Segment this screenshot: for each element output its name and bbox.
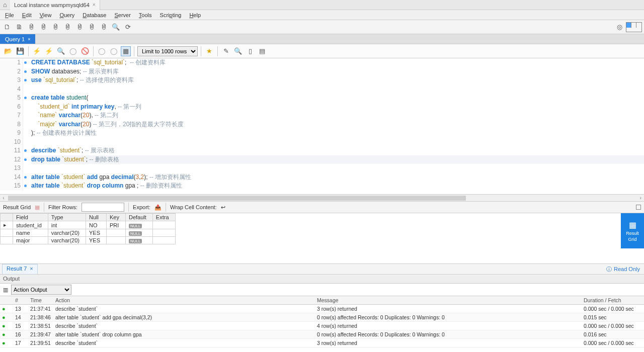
result-toolbar: Result Grid ▦ Filter Rows: Export: 📤 Wra…	[0, 201, 644, 213]
menu-edit[interactable]: Edit	[19, 11, 35, 19]
rollback-icon[interactable]: ◯	[109, 46, 119, 56]
connection-tab[interactable]: Local instance wampmysqld64 ×	[10, 0, 100, 10]
output-icon: ▥	[3, 287, 8, 293]
favorite-icon[interactable]: ★	[204, 46, 214, 56]
output-rows: ●1321:37:41describe `student`3 row(s) re…	[0, 305, 644, 347]
query-tab[interactable]: Query 1 ×	[0, 34, 35, 44]
menu-view[interactable]: View	[37, 11, 55, 19]
close-icon[interactable]: ×	[30, 266, 33, 273]
result-grid-side-tab[interactable]: ▦ Result Grid	[621, 213, 644, 248]
query-tab-bar: Query 1 ×	[0, 34, 644, 44]
layout-toggle[interactable]	[626, 22, 642, 32]
line-gutter: 123456789101112131415	[0, 58, 23, 191]
search-icon[interactable]: 🔍	[111, 22, 121, 32]
menu-help[interactable]: Help	[186, 11, 204, 19]
output-select-bar: ▥ Action Output	[0, 284, 644, 296]
sql-editor[interactable]: 123456789101112131415 CREATE DATABASE `s…	[0, 58, 644, 194]
open-file-icon[interactable]: 📂	[3, 46, 13, 56]
refresh-icon[interactable]: ⟳	[123, 22, 133, 32]
main-toolbar: 🗋 🗎 🛢 🛢 🛢 🛢 🛢 🛢 🛢 🔍 ⟳ ◎	[0, 20, 644, 34]
inspect-icon[interactable]: 🛢	[26, 22, 36, 32]
find-icon[interactable]: 🔍	[233, 46, 243, 56]
sync-icon[interactable]: ◎	[614, 22, 624, 32]
keyboard-icon[interactable]: ▤	[257, 46, 267, 56]
result-grid-area: ▦ Result Grid FieldTypeNullKeyDefaultExt…	[0, 213, 644, 248]
read-only-badge: ⓘRead Only	[606, 266, 640, 273]
wrap-icon[interactable]: ↩	[221, 204, 225, 211]
query-tab-label: Query 1	[5, 36, 25, 42]
result-tab-bar: Result 7 × ⓘRead Only	[0, 263, 644, 275]
code-area[interactable]: CREATE DATABASE `sql_tutorial`; -- 创建资料库…	[31, 58, 644, 191]
horizontal-scrollbar[interactable]: ‹›	[0, 194, 644, 201]
grid-icon[interactable]: ▦	[35, 204, 40, 211]
close-icon[interactable]: ×	[28, 37, 30, 42]
open-sql-icon[interactable]: 🗎	[14, 22, 24, 32]
menu-tools[interactable]: Tools	[136, 11, 155, 19]
output-columns: #TimeActionMessageDuration / Fetch	[0, 296, 644, 305]
autocommit-icon[interactable]: ▦	[121, 46, 131, 56]
commit-icon[interactable]: ◯	[97, 46, 107, 56]
snippet-icon[interactable]: ▯	[245, 46, 255, 56]
export-icon[interactable]: 📤	[154, 204, 162, 211]
db2-icon[interactable]: 🛢	[50, 22, 60, 32]
db6-icon[interactable]: 🛢	[99, 22, 109, 32]
output-header: Output	[0, 275, 644, 284]
stop-icon[interactable]: ◯	[68, 46, 78, 56]
db3-icon[interactable]: 🛢	[62, 22, 72, 32]
filter-label: Filter Rows:	[48, 204, 77, 210]
wrap-label: Wrap Cell Content:	[170, 204, 217, 210]
menu-query[interactable]: Query	[56, 11, 77, 19]
db4-icon[interactable]: 🛢	[74, 22, 85, 32]
export-label: Export:	[133, 204, 150, 210]
new-sql-icon[interactable]: 🗋	[2, 22, 12, 32]
menu-bar: File Edit View Query Database Server Too…	[0, 10, 644, 20]
query-toolbar: 📂 💾 ⚡ ⚡ 🔍 ◯ 🚫 ◯ ◯ ▦ Limit to 1000 rows ★…	[0, 44, 644, 58]
filter-input[interactable]	[82, 203, 124, 212]
title-bar: ⌂ Local instance wampmysqld64 ×	[0, 0, 644, 10]
save-icon[interactable]: 💾	[15, 46, 25, 56]
panel-toggle[interactable]	[636, 205, 641, 210]
menu-database[interactable]: Database	[79, 11, 109, 19]
result-tab[interactable]: Result 7 ×	[2, 264, 38, 274]
result-grid-label: Result Grid	[3, 204, 31, 210]
output-type-select[interactable]: Action Output	[11, 285, 71, 295]
menu-file[interactable]: File	[2, 11, 17, 19]
execute-icon[interactable]: ⚡	[32, 46, 42, 56]
menu-scripting[interactable]: Scripting	[157, 11, 185, 19]
result-table[interactable]: FieldTypeNullKeyDefaultExtra▸student_idi…	[0, 213, 176, 244]
home-icon[interactable]: ⌂	[0, 1, 10, 9]
db-icon[interactable]: 🛢	[38, 22, 48, 32]
explain-icon[interactable]: 🔍	[56, 46, 66, 56]
limit-select[interactable]: Limit to 1000 rows	[137, 46, 198, 56]
beautify-icon[interactable]: ✎	[221, 46, 231, 56]
execute-cursor-icon[interactable]: ⚡	[44, 46, 54, 56]
close-icon[interactable]: ×	[93, 2, 96, 8]
connection-tab-label: Local instance wampmysqld64	[14, 2, 90, 8]
menu-server[interactable]: Server	[111, 11, 133, 19]
db5-icon[interactable]: 🛢	[87, 22, 97, 32]
stop-error-icon[interactable]: 🚫	[80, 46, 90, 56]
